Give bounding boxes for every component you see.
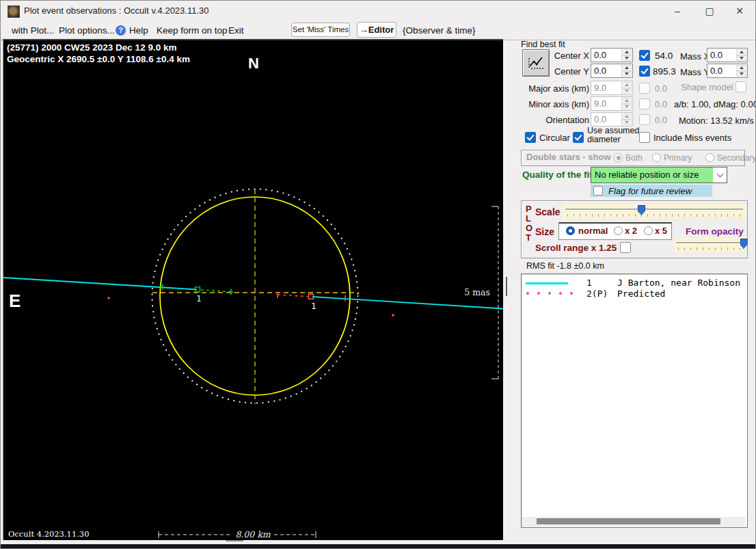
set-miss-times-button[interactable]: Set 'Miss' Times [291, 23, 350, 37]
center-y-spin-buttons[interactable] [621, 65, 632, 77]
minimize-button[interactable]: – [662, 1, 693, 21]
east-label: E [9, 291, 21, 311]
flag-review-strip: Flag for future review [591, 185, 712, 197]
magenta-dots-marker [526, 291, 575, 295]
mass-y-value[interactable]: 0.0 [707, 64, 735, 77]
plot-canvas[interactable]: (25771) 2000 CW25 2023 Dec 12 9.0 km Geo… [3, 39, 503, 540]
form-opacity-slider[interactable] [673, 238, 746, 252]
center-x-spinner[interactable]: 0.0 [591, 48, 633, 62]
menu-bar: with Plot... Plot options... ? Help Keep… [1, 21, 755, 40]
minor-axis-spin-buttons [621, 98, 632, 109]
size-radio-box: normal x 2 x 5 [558, 222, 672, 240]
use-assumed-diameter-checkbox[interactable] [573, 132, 584, 143]
double-stars-secondary-label: Secondary [717, 153, 756, 163]
size-x5-label: x 5 [655, 226, 667, 236]
center-y-value[interactable]: 0.0 [591, 64, 621, 77]
scrollbar-thumb[interactable] [537, 518, 720, 524]
horizontal-splitter-handle[interactable] [226, 540, 243, 541]
size-x2-radio[interactable] [614, 226, 623, 235]
legend-id: 1 [586, 278, 592, 288]
plot-letter-l: L [526, 213, 531, 224]
ab-dmag-label: a/b: 1.00, dMag: 0.00 [674, 99, 756, 109]
scale-slider-ticks [567, 214, 742, 217]
orientation-checkbox [639, 114, 650, 125]
menu-exit[interactable]: Exit [228, 25, 244, 36]
center-y-spinner[interactable]: 0.0 [591, 64, 633, 78]
minor-axis-checkbox [639, 98, 650, 109]
double-stars-both-radio [614, 153, 623, 162]
plot-header-line2: Geocentric X 2690.5 ±0.0 Y 1108.6 ±0.4 k… [7, 54, 190, 64]
chevron-down-icon [716, 171, 723, 178]
fit-panel: Find best fit Center X 0.0 54.0 Mass X 0… [518, 40, 751, 545]
include-miss-events-checkbox[interactable] [639, 132, 650, 143]
minor-axis-check-value: 0.0 [655, 99, 667, 109]
occultation-plot: (25771) 2000 CW25 2023 Dec 12 9.0 km Geo… [3, 40, 503, 539]
center-y-label: Center Y [543, 66, 589, 77]
mass-y-spinner[interactable]: 0.0 [707, 64, 748, 78]
mass-x-value[interactable]: 0.0 [707, 49, 735, 62]
vertical-splitter-handle[interactable] [506, 277, 507, 296]
chord-cyan-right [312, 297, 503, 309]
mass-x-spin-buttons[interactable] [736, 49, 746, 61]
legend-name: J Barton, near Robinson [617, 278, 740, 288]
major-axis-checkbox [639, 83, 650, 94]
minor-axis-spinner: 9.0 [591, 96, 633, 111]
cyan-line-marker [526, 282, 568, 284]
flag-review-checkbox[interactable] [593, 186, 603, 196]
minor-axis-value: 9.0 [591, 97, 621, 110]
orientation-check-value: 0.0 [655, 115, 667, 125]
title-bar: Plot event observations : Occult v.4.202… [1, 1, 755, 21]
menu-plot-options[interactable]: Plot options... [59, 25, 115, 36]
chord1-label: 1 [196, 293, 202, 304]
orientation-spin-buttons [621, 113, 632, 125]
observer-time-label: {Observer & time} [403, 25, 476, 36]
window-title: Plot event observations : Occult v.4.202… [24, 5, 209, 16]
major-axis-check-value: 0.0 [655, 83, 667, 94]
center-y-check-value: 895.3 [653, 66, 676, 77]
double-stars-secondary-radio [705, 153, 714, 162]
editor-button[interactable]: →Editor [357, 22, 396, 38]
form-opacity-track [676, 242, 743, 243]
circular-checkbox[interactable] [525, 132, 536, 143]
center-x-spin-buttons[interactable] [621, 49, 632, 61]
plot-letter-o: O [526, 223, 532, 233]
use-assumed-diameter-label: Use assumed diameter [587, 126, 642, 144]
scroll-range-checkbox[interactable] [620, 242, 631, 253]
center-x-checkbox[interactable] [639, 50, 650, 61]
orientation-spinner: 0.0 [591, 112, 633, 126]
circular-label: Circular [539, 133, 570, 143]
mass-y-spin-buttons[interactable] [736, 65, 746, 77]
chord-cyan-left [3, 278, 197, 290]
mass-x-spinner[interactable]: 0.0 [707, 48, 748, 62]
center-x-value[interactable]: 0.0 [591, 49, 621, 62]
observations-listbox[interactable]: 1 J Barton, near Robinson 2(P) Predicted [521, 273, 748, 528]
form-opacity-ticks [678, 247, 742, 250]
quality-of-fit-dropdown[interactable]: No reliable position or size [591, 167, 727, 183]
motion-label: Motion: 13.52 km/s [679, 116, 754, 126]
center-y-checkbox[interactable] [639, 66, 650, 77]
major-axis-label: Major axis (km) [525, 83, 589, 94]
predicted-dot [392, 314, 394, 317]
menu-with-plot[interactable]: with Plot... [12, 25, 54, 36]
scroll-range-label: Scroll range x 1.25 [535, 243, 617, 253]
shape-model-label: Shape model [681, 82, 730, 92]
flag-review-label: Flag for future review [608, 186, 692, 196]
dropdown-button[interactable] [713, 168, 727, 183]
menu-keep-on-top[interactable]: Keep form on top [157, 25, 228, 36]
mas-scale-label: 5 mas [464, 287, 490, 297]
center-x-check-value: 54.0 [655, 51, 673, 61]
size-label: Size [535, 226, 554, 237]
maximize-button[interactable]: ▢ [694, 1, 725, 21]
size-x5-radio[interactable] [644, 226, 653, 235]
green-dashed-segment [201, 290, 231, 292]
size-normal-radio[interactable] [566, 226, 575, 235]
scale-slider[interactable] [563, 204, 746, 218]
plot-letter-p: P [526, 204, 532, 214]
size-x2-label: x 2 [625, 226, 637, 236]
chord2-label: 1 [311, 301, 316, 311]
menu-help[interactable]: Help [129, 25, 148, 36]
legend-name: Predicted [617, 289, 665, 299]
close-button[interactable]: ✕ [724, 1, 755, 21]
horizontal-scrollbar[interactable] [522, 517, 745, 526]
minor-axis-label: Minor axis (km) [525, 99, 589, 109]
